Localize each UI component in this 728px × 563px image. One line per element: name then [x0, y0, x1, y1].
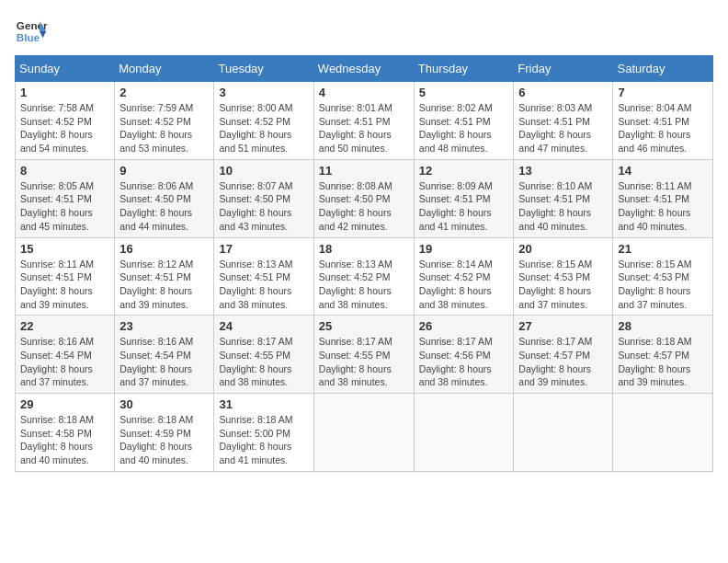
day-info: Sunrise: 8:17 AM Sunset: 4:56 PM Dayligh… [419, 335, 509, 389]
day-number: 18 [319, 242, 409, 256]
calendar-cell: 5Sunrise: 8:02 AM Sunset: 4:51 PM Daylig… [414, 82, 514, 160]
day-info: Sunrise: 8:12 AM Sunset: 4:51 PM Dayligh… [119, 258, 209, 312]
day-info: Sunrise: 8:17 AM Sunset: 4:57 PM Dayligh… [518, 335, 608, 389]
logo-icon: General Blue [15, 15, 48, 48]
day-info: Sunrise: 8:04 AM Sunset: 4:51 PM Dayligh… [618, 101, 708, 155]
day-number: 12 [419, 164, 509, 178]
weekday-header-wednesday: Wednesday [313, 56, 414, 82]
calendar-cell: 10Sunrise: 8:07 AM Sunset: 4:50 PM Dayli… [214, 159, 313, 237]
weekday-header-friday: Friday [514, 56, 613, 82]
day-number: 23 [119, 319, 209, 333]
calendar-cell: 12Sunrise: 8:09 AM Sunset: 4:51 PM Dayli… [414, 159, 514, 237]
day-info: Sunrise: 8:11 AM Sunset: 4:51 PM Dayligh… [20, 258, 109, 312]
calendar-cell: 8Sunrise: 8:05 AM Sunset: 4:51 PM Daylig… [16, 159, 115, 237]
day-number: 21 [618, 242, 708, 256]
day-info: Sunrise: 8:03 AM Sunset: 4:51 PM Dayligh… [518, 101, 608, 155]
calendar-cell: 22Sunrise: 8:16 AM Sunset: 4:54 PM Dayli… [16, 316, 115, 394]
day-number: 7 [618, 86, 708, 99]
day-number: 15 [20, 242, 109, 256]
calendar-cell: 27Sunrise: 8:17 AM Sunset: 4:57 PM Dayli… [514, 316, 613, 394]
day-info: Sunrise: 8:05 AM Sunset: 4:51 PM Dayligh… [20, 179, 109, 234]
header: General Blue [15, 15, 713, 48]
calendar-cell: 9Sunrise: 8:06 AM Sunset: 4:50 PM Daylig… [115, 159, 214, 237]
day-number: 9 [119, 164, 209, 178]
day-number: 17 [219, 242, 308, 256]
day-info: Sunrise: 8:07 AM Sunset: 4:50 PM Dayligh… [219, 179, 308, 234]
day-info: Sunrise: 8:18 AM Sunset: 5:00 PM Dayligh… [219, 413, 308, 467]
day-number: 22 [20, 319, 109, 333]
day-info: Sunrise: 8:13 AM Sunset: 4:52 PM Dayligh… [319, 258, 409, 312]
day-number: 3 [219, 86, 308, 99]
day-info: Sunrise: 8:18 AM Sunset: 4:57 PM Dayligh… [618, 335, 708, 389]
day-info: Sunrise: 8:16 AM Sunset: 4:54 PM Dayligh… [20, 335, 109, 389]
calendar-cell: 6Sunrise: 8:03 AM Sunset: 4:51 PM Daylig… [514, 82, 613, 160]
day-number: 30 [119, 397, 209, 411]
calendar-cell: 17Sunrise: 8:13 AM Sunset: 4:51 PM Dayli… [214, 237, 313, 316]
week-row-5: 29Sunrise: 8:18 AM Sunset: 4:58 PM Dayli… [16, 394, 713, 472]
day-info: Sunrise: 8:14 AM Sunset: 4:52 PM Dayligh… [419, 258, 509, 312]
day-info: Sunrise: 7:59 AM Sunset: 4:52 PM Dayligh… [119, 101, 209, 155]
day-number: 13 [518, 164, 608, 178]
calendar-cell: 7Sunrise: 8:04 AM Sunset: 4:51 PM Daylig… [613, 82, 713, 160]
calendar-cell: 18Sunrise: 8:13 AM Sunset: 4:52 PM Dayli… [313, 237, 414, 316]
day-number: 10 [219, 164, 308, 178]
calendar-cell: 14Sunrise: 8:11 AM Sunset: 4:51 PM Dayli… [613, 159, 713, 237]
day-number: 20 [518, 242, 608, 256]
calendar-cell: 11Sunrise: 8:08 AM Sunset: 4:50 PM Dayli… [313, 159, 414, 237]
weekday-header-sunday: Sunday [16, 56, 115, 82]
calendar-cell: 1Sunrise: 7:58 AM Sunset: 4:52 PM Daylig… [16, 82, 115, 160]
day-info: Sunrise: 8:13 AM Sunset: 4:51 PM Dayligh… [219, 258, 308, 312]
calendar-cell: 3Sunrise: 8:00 AM Sunset: 4:52 PM Daylig… [214, 82, 313, 160]
calendar-cell: 13Sunrise: 8:10 AM Sunset: 4:51 PM Dayli… [514, 159, 613, 237]
svg-marker-3 [40, 31, 46, 38]
calendar-cell: 20Sunrise: 8:15 AM Sunset: 4:53 PM Dayli… [514, 237, 613, 316]
calendar-table: SundayMondayTuesdayWednesdayThursdayFrid… [15, 55, 713, 472]
day-info: Sunrise: 8:17 AM Sunset: 4:55 PM Dayligh… [219, 335, 308, 389]
calendar-cell: 26Sunrise: 8:17 AM Sunset: 4:56 PM Dayli… [414, 316, 514, 394]
calendar-cell: 4Sunrise: 8:01 AM Sunset: 4:51 PM Daylig… [313, 82, 414, 160]
day-number: 16 [119, 242, 209, 256]
weekday-header-saturday: Saturday [613, 56, 713, 82]
calendar-cell: 28Sunrise: 8:18 AM Sunset: 4:57 PM Dayli… [613, 316, 713, 394]
day-info: Sunrise: 8:15 AM Sunset: 4:53 PM Dayligh… [618, 258, 708, 312]
day-info: Sunrise: 8:16 AM Sunset: 4:54 PM Dayligh… [119, 335, 209, 389]
calendar-cell [613, 394, 713, 472]
calendar-cell: 15Sunrise: 8:11 AM Sunset: 4:51 PM Dayli… [16, 237, 115, 316]
day-number: 1 [20, 86, 109, 99]
calendar-cell: 30Sunrise: 8:18 AM Sunset: 4:59 PM Dayli… [115, 394, 214, 472]
day-number: 14 [618, 164, 708, 178]
day-number: 19 [419, 242, 509, 256]
calendar-cell: 16Sunrise: 8:12 AM Sunset: 4:51 PM Dayli… [115, 237, 214, 316]
weekday-header-thursday: Thursday [414, 56, 514, 82]
day-number: 25 [319, 319, 409, 333]
day-number: 2 [119, 86, 209, 99]
calendar-cell: 31Sunrise: 8:18 AM Sunset: 5:00 PM Dayli… [214, 394, 313, 472]
calendar-cell [414, 394, 514, 472]
week-row-2: 8Sunrise: 8:05 AM Sunset: 4:51 PM Daylig… [16, 159, 713, 237]
calendar-cell [313, 394, 414, 472]
calendar-cell: 2Sunrise: 7:59 AM Sunset: 4:52 PM Daylig… [115, 82, 214, 160]
day-info: Sunrise: 8:17 AM Sunset: 4:55 PM Dayligh… [319, 335, 409, 389]
week-row-4: 22Sunrise: 8:16 AM Sunset: 4:54 PM Dayli… [16, 316, 713, 394]
day-number: 5 [419, 86, 509, 99]
day-number: 29 [20, 397, 109, 411]
weekday-header-row: SundayMondayTuesdayWednesdayThursdayFrid… [16, 56, 713, 82]
day-number: 11 [319, 164, 409, 178]
day-number: 24 [219, 319, 308, 333]
weekday-header-monday: Monday [115, 56, 214, 82]
calendar-cell: 19Sunrise: 8:14 AM Sunset: 4:52 PM Dayli… [414, 237, 514, 316]
week-row-3: 15Sunrise: 8:11 AM Sunset: 4:51 PM Dayli… [16, 237, 713, 316]
day-info: Sunrise: 8:02 AM Sunset: 4:51 PM Dayligh… [419, 101, 509, 155]
day-info: Sunrise: 8:11 AM Sunset: 4:51 PM Dayligh… [618, 179, 708, 234]
weekday-header-tuesday: Tuesday [214, 56, 313, 82]
day-info: Sunrise: 7:58 AM Sunset: 4:52 PM Dayligh… [20, 101, 109, 155]
day-info: Sunrise: 8:18 AM Sunset: 4:58 PM Dayligh… [20, 413, 109, 467]
day-number: 31 [219, 397, 308, 411]
calendar-cell: 25Sunrise: 8:17 AM Sunset: 4:55 PM Dayli… [313, 316, 414, 394]
day-number: 8 [20, 164, 109, 178]
week-row-1: 1Sunrise: 7:58 AM Sunset: 4:52 PM Daylig… [16, 82, 713, 160]
svg-text:Blue: Blue [17, 31, 40, 43]
day-info: Sunrise: 8:10 AM Sunset: 4:51 PM Dayligh… [518, 179, 608, 234]
day-info: Sunrise: 8:00 AM Sunset: 4:52 PM Dayligh… [219, 101, 308, 155]
day-info: Sunrise: 8:18 AM Sunset: 4:59 PM Dayligh… [119, 413, 209, 467]
